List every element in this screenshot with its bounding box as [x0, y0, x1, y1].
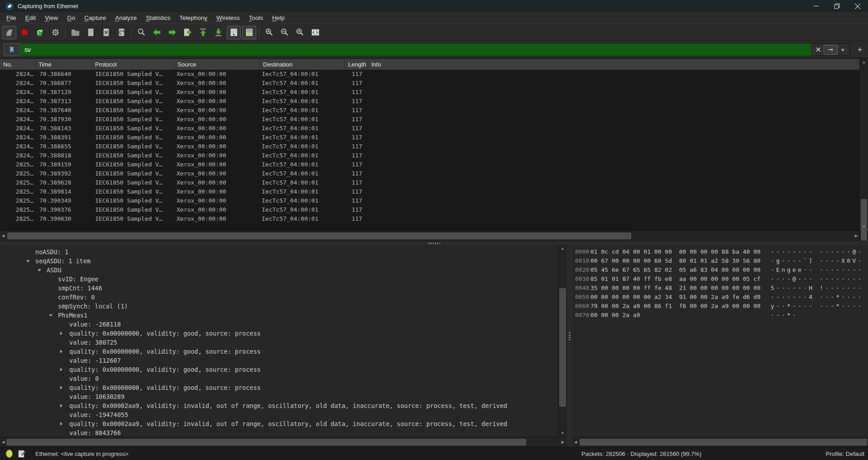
expand-icon[interactable]: [60, 332, 62, 335]
packet-row[interactable]: 2824…70.388391IEC61850 Sampled V…Xerox_0…: [0, 133, 859, 142]
auto-scroll-button[interactable]: [227, 26, 241, 39]
capture-comment-button[interactable]: [18, 447, 26, 460]
goto-packet-button[interactable]: [181, 26, 195, 39]
menu-edit[interactable]: Edit: [21, 13, 40, 23]
menu-file[interactable]: File: [2, 13, 21, 23]
save-file-button[interactable]: [84, 26, 98, 39]
collapse-icon[interactable]: [26, 260, 30, 262]
stop-capture-button[interactable]: [18, 26, 32, 39]
detail-tree-item[interactable]: value: 380725: [0, 338, 558, 347]
column-header-no[interactable]: No.: [0, 59, 35, 70]
reload-file-button[interactable]: [115, 26, 129, 39]
column-header-info[interactable]: Info: [368, 59, 859, 70]
expand-icon[interactable]: [60, 422, 62, 426]
hex-horizontal-scrollbar[interactable]: ◀: [572, 437, 868, 447]
detail-tree-item[interactable]: value: -19474055: [0, 410, 558, 419]
column-header-length[interactable]: Length: [345, 59, 368, 70]
hex-row[interactable]: 005000 00 00 00 00 00 a2 34 91 00 00 2a …: [572, 293, 868, 302]
zoom-reset-button[interactable]: [293, 26, 307, 39]
detail-tree-item[interactable]: confRev: 0: [0, 293, 558, 302]
zoom-in-button[interactable]: [262, 26, 276, 39]
filter-apply-button[interactable]: ➞: [824, 45, 838, 55]
scrollbar-thumb[interactable]: [7, 232, 631, 239]
next-packet-button[interactable]: [165, 26, 179, 39]
column-header-destination[interactable]: Destination: [260, 59, 345, 70]
hex-row[interactable]: 002005 45 6e 67 65 65 82 02 05 a6 83 04 …: [572, 266, 868, 275]
maximize-button[interactable]: [826, 0, 847, 12]
detail-tree-item[interactable]: smpCnt: 1446: [0, 284, 558, 293]
last-packet-button[interactable]: [211, 26, 225, 39]
open-file-button[interactable]: [68, 26, 82, 39]
pane-splitter-vertical[interactable]: [567, 245, 572, 437]
restart-capture-button[interactable]: [33, 26, 47, 39]
menu-statistics[interactable]: Statistics: [141, 13, 175, 23]
filter-dropdown-button[interactable]: ▼: [838, 47, 848, 52]
minimize-button[interactable]: [806, 0, 826, 12]
scroll-down-icon[interactable]: ▼: [558, 430, 567, 436]
filter-bookmark-button[interactable]: [4, 43, 20, 56]
packet-row[interactable]: 2824…70.388143IEC61850 Sampled V…Xerox_0…: [0, 124, 859, 133]
detail-tree-item[interactable]: quality: 0x00000000, validity: good, sou…: [0, 365, 558, 374]
menu-help[interactable]: Help: [268, 13, 289, 23]
scroll-right-icon[interactable]: ▶: [560, 437, 566, 447]
detail-tree-item[interactable]: smpSynch: local (1): [0, 302, 558, 311]
profile-selector[interactable]: Profile: Default: [826, 447, 864, 460]
close-file-button[interactable]: [99, 26, 113, 39]
packet-row[interactable]: 2825…70.389814IEC61850 Sampled V…Xerox_0…: [0, 187, 859, 196]
scrollbar-thumb[interactable]: [6, 439, 526, 446]
packet-row[interactable]: 2825…70.389628IEC61850 Sampled V…Xerox_0…: [0, 178, 859, 187]
detail-tree-item[interactable]: quality: 0x00002aa9, validity: invalid, …: [0, 401, 558, 410]
hex-row[interactable]: 007000 00 00 2a a9···*·: [572, 311, 868, 320]
scroll-left-icon[interactable]: ◀: [572, 437, 579, 447]
detail-tree-item[interactable]: seqASDU: 1 item: [0, 256, 558, 266]
expert-info-button[interactable]: [6, 447, 13, 460]
detail-tree-item[interactable]: noASDU: 1: [0, 247, 558, 256]
expand-icon[interactable]: [60, 368, 62, 371]
detail-tree-item[interactable]: PhsMeas1: [0, 311, 558, 320]
detail-tree-item[interactable]: value: 10630289: [0, 392, 558, 401]
menu-go[interactable]: Go: [62, 13, 80, 23]
detail-tree-item[interactable]: value: -268118: [0, 320, 558, 329]
previous-packet-button[interactable]: [150, 26, 164, 39]
scrollbar-thumb[interactable]: [559, 288, 566, 407]
packet-row[interactable]: 2824…70.387930IEC61850 Sampled V…Xerox_0…: [0, 115, 859, 124]
close-button[interactable]: [847, 0, 868, 12]
detail-tree-item[interactable]: value: 8843766: [0, 428, 558, 437]
zoom-out-button[interactable]: [278, 26, 292, 39]
expand-icon[interactable]: [60, 386, 62, 389]
column-header-source[interactable]: Source: [174, 59, 260, 70]
collapse-icon[interactable]: [38, 269, 41, 271]
packet-row[interactable]: 2824…70.386640IEC61850 Sampled V…Xerox_0…: [0, 70, 859, 79]
resize-columns-button[interactable]: [308, 26, 322, 39]
menu-view[interactable]: View: [40, 13, 62, 23]
scroll-left-icon[interactable]: ◀: [0, 437, 6, 447]
menu-wireless[interactable]: Wireless: [212, 13, 245, 23]
detail-tree-item[interactable]: quality: 0x00002aa9, validity: invalid, …: [0, 419, 558, 428]
menu-analyze[interactable]: Analyze: [110, 13, 141, 23]
packet-list-vertical-scrollbar[interactable]: ▲ ▼: [859, 59, 868, 231]
packet-row[interactable]: 2825…70.390349IEC61850 Sampled V…Xerox_0…: [0, 196, 859, 205]
find-packet-button[interactable]: [134, 26, 149, 39]
hex-row[interactable]: 001000 67 00 00 00 00 60 5d 80 01 01 a2 …: [572, 256, 868, 266]
packet-row[interactable]: 2825…70.389392IEC61850 Sampled V…Xerox_0…: [0, 169, 859, 178]
start-capture-button[interactable]: [2, 26, 16, 39]
packet-row[interactable]: 2824…70.388655IEC61850 Sampled V…Xerox_0…: [0, 142, 859, 151]
packet-row[interactable]: 2824…70.387313IEC61850 Sampled V…Xerox_0…: [0, 97, 859, 106]
detail-tree-item[interactable]: svID: Engee: [0, 275, 558, 284]
hex-row[interactable]: 003085 01 01 87 40 ff fb e8 aa 00 00 00 …: [572, 275, 868, 284]
detail-tree-item[interactable]: quality: 0x00000000, validity: good, sou…: [0, 383, 558, 392]
hex-row[interactable]: 004035 00 00 00 00 ff fe 48 21 00 00 00 …: [572, 284, 868, 293]
packet-row[interactable]: 2824…70.387129IEC61850 Sampled V…Xerox_0…: [0, 88, 859, 97]
packet-row[interactable]: 2824…70.388818IEC61850 Sampled V…Xerox_0…: [0, 151, 859, 160]
detail-tree-item[interactable]: value: 0: [0, 374, 558, 383]
column-header-time[interactable]: Time: [35, 59, 92, 70]
scroll-up-icon[interactable]: ▲: [860, 59, 868, 66]
scroll-up-icon[interactable]: ▲: [558, 246, 567, 252]
pane-splitter-horizontal[interactable]: [0, 241, 868, 245]
scroll-left-icon[interactable]: ◀: [0, 231, 6, 241]
detail-tree-item[interactable]: quality: 0x00000000, validity: good, sou…: [0, 329, 558, 338]
menu-capture[interactable]: Capture: [80, 13, 110, 23]
colorize-button[interactable]: [242, 26, 256, 39]
menu-tools[interactable]: Tools: [245, 13, 268, 23]
packet-row[interactable]: 2824…70.387640IEC61850 Sampled V…Xerox_0…: [0, 106, 859, 115]
